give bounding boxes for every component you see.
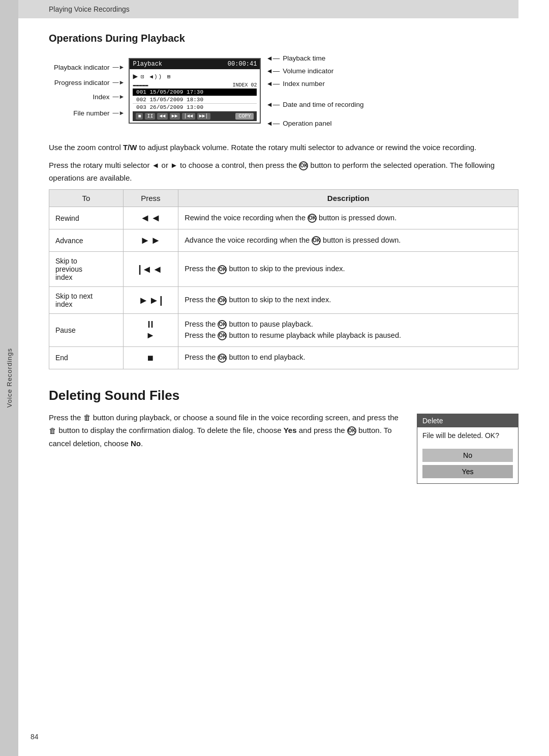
label-operation-panel: ◄— Operation panel <box>266 120 363 127</box>
desc-rewind: Rewind the voice recording when the OK b… <box>178 207 518 229</box>
to-skip-next: Skip to nextindex <box>49 287 124 314</box>
label-playback-indicator: Playback indicator —► <box>54 64 125 71</box>
table-row: Pause II► Press the OK button to pause p… <box>49 314 518 347</box>
label-index: Index —► <box>54 93 125 101</box>
label-file-number: File number —► <box>54 109 125 117</box>
body-text-2: Press the rotary multi selector ◄ or ► t… <box>49 159 518 185</box>
screen-body: ▶ ⊡ ◀)) ⊞ ▬▬▬▬▬ INDEX 02 001 15/05/2009 … <box>130 69 260 123</box>
delete-dialog-header: Delete <box>417 414 518 427</box>
header-bar: Playing Voice Recordings <box>18 0 518 18</box>
table-row: Rewind ◄◄ Rewind the voice recording whe… <box>49 207 518 229</box>
deleting-title: Deleting Sound Files <box>49 388 518 403</box>
to-end: End <box>49 346 124 369</box>
delete-no-button[interactable]: No <box>422 449 513 462</box>
side-tab: Voice Recordings <box>0 0 18 756</box>
table-row: End ■ Press the OK button to end playbac… <box>49 346 518 369</box>
screen-file1: 001 15/05/2009 17:30 <box>133 89 257 96</box>
side-tab-label: Voice Recordings <box>6 348 13 408</box>
to-advance: Advance <box>49 229 124 252</box>
desc-pause: Press the OK button to pause playback. P… <box>178 314 518 347</box>
ok-icon: OK <box>218 331 227 340</box>
header-section: Playing Voice Recordings <box>49 5 130 13</box>
label-index-number: ◄— Index number <box>266 80 363 88</box>
ok-icon: OK <box>347 426 356 435</box>
press-skip-prev: |◄◄ <box>123 252 178 287</box>
label-date-time: ◄— Date and time of recording <box>266 101 363 108</box>
table-header-description: Description <box>178 190 518 207</box>
ok-icon: OK <box>218 354 227 363</box>
desc-skip-prev: Press the OK button to skip to the previ… <box>178 252 518 287</box>
to-skip-prev: Skip topreviousindex <box>49 252 124 287</box>
delete-dialog: Delete File will be deleted. OK? No Yes <box>417 414 518 484</box>
ok-icon: OK <box>218 265 227 274</box>
page-number: 84 <box>30 733 39 741</box>
table-row: Skip topreviousindex |◄◄ Press the OK bu… <box>49 252 518 287</box>
delete-yes-button[interactable]: Yes <box>422 465 513 478</box>
to-pause: Pause <box>49 314 124 347</box>
trash-icon2: 🗑 <box>49 425 56 438</box>
screen-header: Playback 00:00:41 <box>130 59 260 69</box>
screen-file2: 002 15/05/2009 18:30 <box>133 96 257 104</box>
table-header-press: Press <box>123 190 178 207</box>
press-advance: ►► <box>123 229 178 252</box>
table-row: Advance ►► Advance the voice recording w… <box>49 229 518 252</box>
screen-ops: ■ II ◄◄ ►► |◄◄ ►►| COPY <box>133 111 257 121</box>
diagram-labels-right: ◄— Playback time ◄— Volume indicator ◄— … <box>266 54 363 127</box>
ok-icon: OK <box>299 161 308 170</box>
table-row: Skip to nextindex ►►| Press the OK butto… <box>49 287 518 314</box>
screen-file3: 003 26/05/2009 13:00 <box>133 104 257 111</box>
ok-icon: OK <box>218 320 227 329</box>
body-text-1: Use the zoom control T/W to adjust playb… <box>49 141 518 154</box>
screen-playback-label: Playback <box>133 61 162 68</box>
press-rewind: ◄◄ <box>123 207 178 229</box>
screen-index-row: ▬▬▬▬▬ INDEX 02 <box>133 82 257 89</box>
to-rewind: Rewind <box>49 207 124 229</box>
deleting-body: Press the 🗑 button during playback, or c… <box>49 412 518 484</box>
operations-table: To Press Description Rewind ◄◄ Rewind th… <box>49 189 518 369</box>
press-skip-next: ►►| <box>123 287 178 314</box>
table-header-to: To <box>49 190 124 207</box>
trash-icon: 🗑 <box>83 412 91 424</box>
label-playback-time: ◄— Playback time <box>266 54 363 62</box>
diagram-labels-left: Playback indicator —► Progress indicator… <box>54 64 125 119</box>
label-volume-indicator: ◄— Volume indicator <box>266 67 363 75</box>
desc-end: Press the OK button to end playback. <box>178 346 518 369</box>
operations-title: Operations During Playback <box>49 33 518 44</box>
press-end: ■ <box>123 346 178 369</box>
label-progress-indicator: Progress indicator —► <box>54 79 125 86</box>
desc-advance: Advance the voice recording when the OK … <box>178 229 518 252</box>
screen-play-row: ▶ ⊡ ◀)) ⊞ <box>133 71 257 82</box>
ok-icon: OK <box>312 236 321 245</box>
press-pause: II► <box>123 314 178 347</box>
diagram-area: Playback indicator —► Progress indicator… <box>49 54 518 127</box>
screen-time: 00:00:41 <box>228 61 257 68</box>
desc-skip-next: Press the OK button to skip to the next … <box>178 287 518 314</box>
delete-dialog-message: File will be deleted. OK? <box>417 427 518 446</box>
ok-icon: OK <box>218 296 227 305</box>
screen-mockup: Playback 00:00:41 ▶ ⊡ ◀)) ⊞ ▬▬▬▬▬ INDEX … <box>129 58 261 124</box>
deleting-text: Press the 🗑 button during playback, or c… <box>49 412 402 450</box>
ok-icon: OK <box>308 214 317 223</box>
